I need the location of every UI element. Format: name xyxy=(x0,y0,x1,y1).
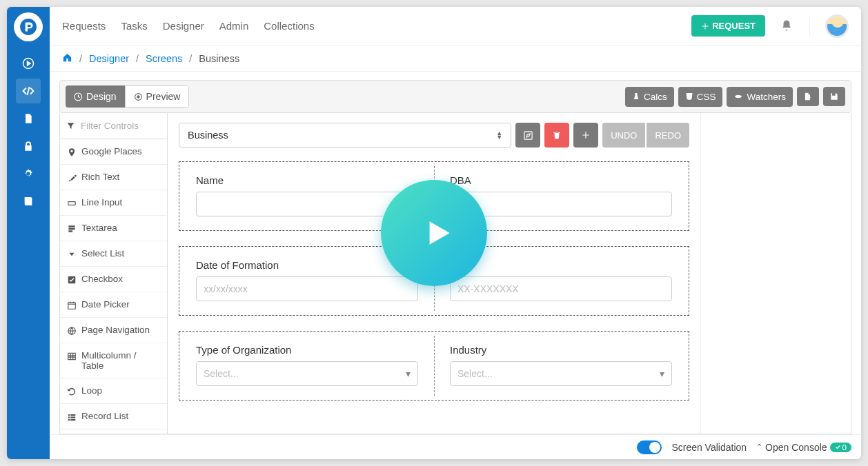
tab-design-label: Design xyxy=(86,91,117,102)
rail-gear-icon[interactable] xyxy=(16,161,41,186)
watchers-label: Watchers xyxy=(747,92,786,102)
rail-book-icon[interactable] xyxy=(16,189,41,214)
industry-select[interactable]: Select...▾ xyxy=(450,361,672,386)
filter-controls-input[interactable] xyxy=(81,121,167,131)
watchers-button[interactable]: Watchers xyxy=(727,87,793,107)
svg-rect-6 xyxy=(68,303,76,309)
breadcrumb-sep: / xyxy=(189,53,192,64)
select-placeholder: Select... xyxy=(204,368,239,379)
page-select[interactable]: Business ▲▼ xyxy=(179,123,511,148)
app-logo[interactable] xyxy=(14,12,43,41)
siderail xyxy=(7,7,50,459)
tab-preview[interactable]: Preview xyxy=(125,85,190,108)
rail-document-icon[interactable] xyxy=(16,106,41,131)
chevron-down-icon: ▾ xyxy=(406,368,411,379)
bell-icon[interactable] xyxy=(780,19,794,33)
control-page-navigation[interactable]: Page Navigation xyxy=(60,318,167,343)
export-button[interactable] xyxy=(797,87,819,106)
avatar[interactable] xyxy=(825,14,849,38)
chevron-down-icon: ▾ xyxy=(660,368,664,379)
page-select-value: Business xyxy=(188,130,228,141)
field-label-dof: Date of Formation xyxy=(196,259,418,271)
css-label: CSS xyxy=(697,92,716,102)
control-item-label: Textarea xyxy=(81,223,117,233)
control-line-input[interactable]: Line Input xyxy=(60,190,167,216)
top-nav: Requests Tasks Designer Admin Collection… xyxy=(50,7,861,45)
control-textarea[interactable]: Textarea xyxy=(60,216,167,241)
svg-rect-9 xyxy=(524,131,532,139)
breadcrumb-current: Business xyxy=(199,53,239,64)
control-item-label: Google Places xyxy=(81,146,142,156)
filter-icon xyxy=(60,121,81,130)
field-label-number: # xyxy=(450,259,672,271)
nav-admin[interactable]: Admin xyxy=(219,20,249,32)
field-label-name: Name xyxy=(196,174,418,186)
control-multicolumn-table[interactable]: Multicolumn / Table xyxy=(60,343,167,378)
control-item-label: Checkbox xyxy=(81,274,123,284)
svg-point-3 xyxy=(137,95,139,97)
orgtype-select[interactable]: Select...▾ xyxy=(196,361,418,386)
breadcrumb-sep: / xyxy=(79,53,82,64)
nav-tasks[interactable]: Tasks xyxy=(121,20,147,32)
control-item-label: Record List xyxy=(81,411,128,421)
breadcrumb-designer[interactable]: Designer xyxy=(89,53,129,64)
statusbar: Screen Validation ⌃ Open Console 0 xyxy=(50,434,861,459)
field-label-dba: DBA xyxy=(450,174,672,186)
control-item-label: Loop xyxy=(81,385,102,396)
inspector-panel xyxy=(700,113,851,434)
tab-design[interactable]: Design xyxy=(66,85,125,108)
add-page-button[interactable] xyxy=(573,123,598,148)
console-count: 0 xyxy=(842,443,847,452)
control-item-label: Multicolumn / Table xyxy=(81,350,160,371)
controls-panel: Google Places Rich Text Line Input Texta… xyxy=(60,113,168,434)
number-input[interactable] xyxy=(450,276,672,301)
control-item-label: Rich Text xyxy=(81,172,119,182)
dof-input[interactable] xyxy=(196,276,418,301)
rail-play-icon[interactable] xyxy=(16,51,41,76)
open-console-button[interactable]: ⌃ Open Console 0 xyxy=(756,442,851,453)
nav-designer[interactable]: Designer xyxy=(163,20,204,32)
field-label-industry: Industry xyxy=(450,344,672,356)
control-item-label: Select List xyxy=(81,248,124,259)
divider xyxy=(809,17,810,36)
control-loop[interactable]: Loop xyxy=(60,378,167,404)
breadcrumb-home-icon[interactable] xyxy=(62,52,72,65)
rail-lock-icon[interactable] xyxy=(16,134,41,159)
console-count-badge: 0 xyxy=(830,443,851,452)
chevron-updown-icon: ▲▼ xyxy=(496,131,502,139)
field-label-orgtype: Type of Organization xyxy=(196,344,418,356)
breadcrumb-screens[interactable]: Screens xyxy=(146,53,182,64)
chevron-up-icon: ⌃ xyxy=(756,443,762,452)
control-select-list[interactable]: Select List xyxy=(60,241,167,267)
tab-preview-label: Preview xyxy=(146,91,181,102)
request-button[interactable]: REQUEST xyxy=(691,15,765,37)
rail-code-icon[interactable] xyxy=(16,79,41,103)
request-button-label: REQUEST xyxy=(712,21,756,31)
select-placeholder: Select... xyxy=(457,368,493,379)
control-record-list[interactable]: Record List xyxy=(60,404,167,429)
control-google-places[interactable]: Google Places xyxy=(60,139,167,165)
screen-validation-toggle[interactable] xyxy=(637,440,662,454)
play-video-button[interactable] xyxy=(381,180,487,286)
open-console-label: Open Console xyxy=(765,442,827,453)
save-button[interactable] xyxy=(823,87,845,106)
css-button[interactable]: CSS xyxy=(678,87,723,107)
control-item-label: Page Navigation xyxy=(81,325,150,335)
screen-validation-label: Screen Validation xyxy=(671,442,747,453)
redo-button[interactable]: REDO xyxy=(647,123,689,148)
designer-toolbar: Design Preview Calcs CSS Watchers xyxy=(59,80,851,113)
edit-page-button[interactable] xyxy=(515,123,540,148)
calcs-button[interactable]: Calcs xyxy=(625,87,674,107)
control-rich-text[interactable]: Rich Text xyxy=(60,165,167,190)
undo-button[interactable]: UNDO xyxy=(602,123,645,148)
calcs-label: Calcs xyxy=(644,92,667,102)
svg-rect-8 xyxy=(68,353,76,359)
control-checkbox[interactable]: Checkbox xyxy=(60,267,167,292)
form-section-3[interactable]: Type of Organization Select...▾ Industry… xyxy=(179,331,689,401)
breadcrumb: / Designer / Screens / Business xyxy=(50,45,861,72)
delete-page-button[interactable] xyxy=(544,123,569,148)
control-date-picker[interactable]: Date Picker xyxy=(60,292,167,318)
nav-requests[interactable]: Requests xyxy=(62,20,106,32)
nav-collections[interactable]: Collections xyxy=(264,20,314,32)
svg-rect-4 xyxy=(68,202,76,205)
